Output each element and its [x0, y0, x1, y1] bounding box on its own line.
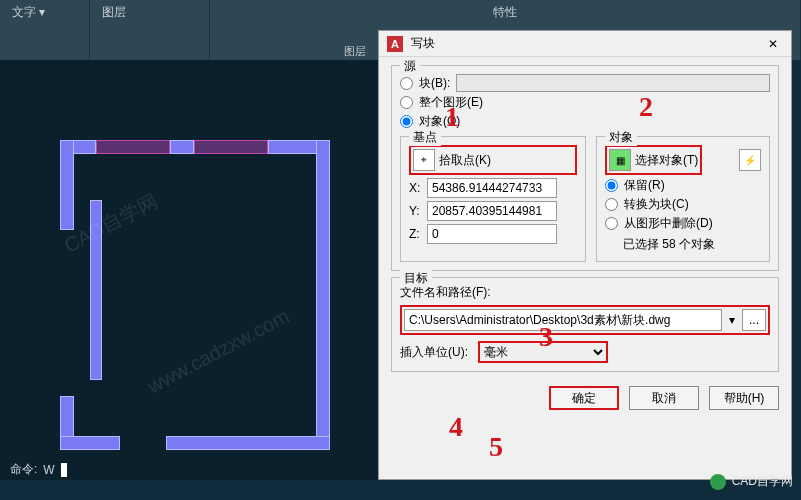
select-object-label: 选择对象(T) [635, 152, 698, 169]
wechat-icon [710, 474, 726, 490]
radio-convert-label: 转换为块(C) [624, 196, 689, 213]
annotation-5: 5 [489, 431, 503, 463]
unit-label: 插入单位(U): [400, 344, 468, 361]
z-label: Z: [409, 227, 423, 241]
quick-select-icon[interactable]: ⚡ [739, 149, 761, 171]
drawing-canvas[interactable]: 命令: W CAD自学网 www.cadzxw.com [0, 60, 378, 480]
source-group-title: 源 [400, 58, 420, 75]
radio-object-label: 对象(O) [419, 113, 460, 130]
panel-label-layer: 图层 [330, 42, 380, 61]
ok-button[interactable]: 确定 [549, 386, 619, 410]
target-group-title: 目标 [400, 270, 432, 287]
radio-retain-label: 保留(R) [624, 177, 665, 194]
radio-block-label: 块(B): [419, 75, 450, 92]
radio-block[interactable] [400, 77, 413, 90]
radio-whole-drawing[interactable] [400, 96, 413, 109]
radio-retain[interactable] [605, 179, 618, 192]
z-input[interactable] [427, 224, 557, 244]
cmd-caret [61, 463, 67, 477]
x-input[interactable] [427, 178, 557, 198]
radio-object[interactable] [400, 115, 413, 128]
browse-button[interactable]: ... [742, 309, 766, 331]
radio-delete[interactable] [605, 217, 618, 230]
cancel-button[interactable]: 取消 [629, 386, 699, 410]
object-group-title: 对象 [605, 129, 637, 146]
x-label: X: [409, 181, 423, 195]
write-block-dialog: A 写块 ✕ 源 块(B): 整个图形(E) 对象(O) 基点 [378, 30, 792, 480]
basepoint-group-title: 基点 [409, 129, 441, 146]
pick-point-icon[interactable]: ⌖ [413, 149, 435, 171]
close-icon[interactable]: ✕ [763, 37, 783, 51]
props-label: 特性 [493, 4, 517, 21]
dialog-title: 写块 [411, 35, 755, 52]
layer-label: 图层 [102, 4, 197, 21]
y-label: Y: [409, 204, 423, 218]
help-button[interactable]: 帮助(H) [709, 386, 779, 410]
unit-select[interactable]: 毫米 [478, 341, 608, 363]
app-icon: A [387, 36, 403, 52]
cmd-label: 命令: [10, 461, 37, 478]
publisher-watermark: CAD自学网 [710, 473, 793, 490]
cmd-text: W [43, 463, 54, 477]
path-input[interactable] [404, 309, 722, 331]
text-dropdown[interactable]: 文字 ▾ [12, 4, 77, 21]
pick-point-label: 拾取点(K) [439, 152, 491, 169]
block-dropdown[interactable] [456, 74, 770, 92]
path-label: 文件名和路径(F): [400, 284, 770, 301]
y-input[interactable] [427, 201, 557, 221]
radio-delete-label: 从图形中删除(D) [624, 215, 713, 232]
select-object-icon[interactable]: ▦ [609, 149, 631, 171]
radio-whole-label: 整个图形(E) [419, 94, 483, 111]
radio-convert[interactable] [605, 198, 618, 211]
selection-summary: 已选择 58 个对象 [623, 236, 761, 253]
